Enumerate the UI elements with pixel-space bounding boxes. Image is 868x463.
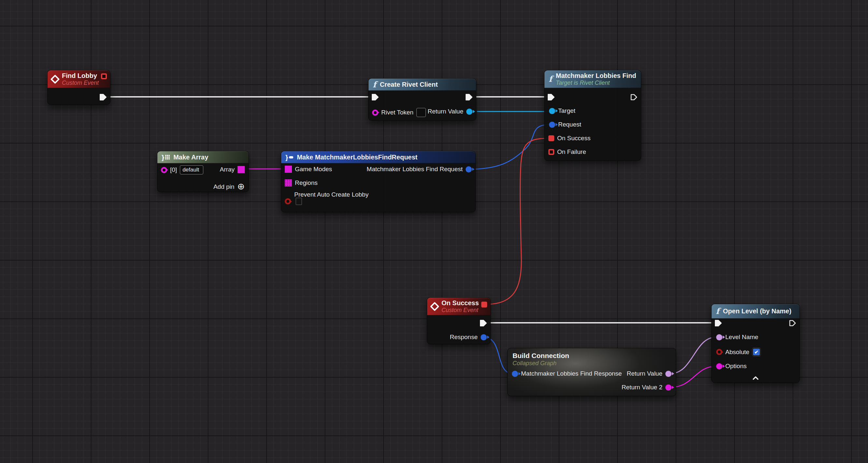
node-title: Open Level (by Name) (723, 308, 792, 315)
node-title: Find Lobby (62, 72, 99, 80)
collapse-node-chevron-icon[interactable] (752, 376, 759, 382)
pin-label: Rivet Token (381, 109, 413, 116)
wire-returnvalue-levelname[interactable] (670, 337, 716, 374)
pin-label: Response (450, 334, 478, 341)
node-make-array[interactable]: } Make Array [0] Array Add pin ⊕ (157, 151, 249, 192)
pin-label: Regions (295, 179, 318, 186)
pin-label: Prevent Auto Create Lobby (294, 191, 369, 198)
exec-out-pin[interactable] (479, 319, 488, 327)
wire-layer (0, 0, 868, 463)
wire-returnvalue2-options[interactable] (670, 366, 717, 387)
regions-pin[interactable] (285, 179, 292, 186)
pin-label: Level Name (725, 334, 758, 341)
pin-label: Return Value (627, 370, 663, 377)
exec-in-pin[interactable] (714, 319, 723, 327)
node-build-connection[interactable]: Build Connection Collapsed Graph Matchma… (507, 348, 676, 396)
custom-event-icon (51, 74, 60, 84)
delegate-pin[interactable] (101, 74, 107, 79)
exec-out-pin[interactable] (788, 319, 797, 327)
node-title: Build Connection (513, 352, 569, 359)
function-icon: f (549, 75, 552, 83)
node-title: Make MatchmakerLobbiesFindRequest (297, 153, 417, 161)
node-title: On Success (441, 299, 479, 307)
return-value-pin[interactable] (665, 371, 672, 377)
exec-out-pin[interactable] (630, 93, 638, 101)
make-struct-icon: } (285, 154, 293, 161)
delegate-pin[interactable] (481, 301, 487, 308)
pin-label: Matchmaker Lobbies Find Response (521, 370, 622, 377)
add-pin-label: Add pin (213, 183, 234, 191)
request-out-pin[interactable] (466, 166, 472, 172)
rivet-token-input[interactable] (416, 108, 426, 117)
exec-in-pin[interactable] (547, 93, 556, 101)
rivet-token-pin[interactable] (372, 110, 378, 116)
return-value-pin[interactable] (466, 109, 472, 115)
prevent-auto-create-lobby-pin[interactable] (285, 198, 291, 204)
absolute-checkbox[interactable] (752, 348, 761, 356)
request-pin[interactable] (549, 122, 555, 128)
pin-label: Request (558, 121, 581, 128)
return-value-2-pin[interactable] (665, 384, 672, 390)
node-subtitle: Custom Event (441, 307, 479, 314)
exec-out-pin[interactable] (99, 93, 107, 101)
pin-label: Return Value 2 (622, 384, 662, 391)
options-pin[interactable] (716, 363, 722, 369)
prevent-auto-create-lobby-checkbox[interactable] (296, 198, 302, 205)
node-create-rivet-client[interactable]: f Create Rivet Client Rivet Token Return… (368, 78, 476, 121)
node-subtitle: Collapsed Graph (513, 360, 557, 367)
response-pin[interactable] (480, 334, 487, 340)
node-find-lobby[interactable]: Find Lobby Custom Event (47, 70, 111, 105)
level-name-pin[interactable] (716, 334, 722, 340)
node-make-matchmaker-request[interactable]: } Make MatchmakerLobbiesFindRequest Game… (281, 151, 476, 212)
node-title: Matchmaker Lobbies Find (556, 72, 636, 80)
absolute-pin[interactable] (716, 349, 722, 355)
node-matchmaker-lobbies-find[interactable]: f Matchmaker Lobbies Find Target is Rive… (544, 70, 641, 161)
node-open-level[interactable]: f Open Level (by Name) Level Name Absolu… (711, 304, 800, 383)
array-element-pin[interactable] (161, 167, 167, 173)
pin-label: On Failure (557, 148, 586, 155)
make-array-icon: } (162, 154, 170, 161)
wire-request[interactable] (468, 124, 550, 169)
exec-in-pin[interactable] (371, 93, 380, 101)
function-icon: f (373, 81, 376, 89)
pin-label: Absolute (725, 349, 749, 356)
on-success-pin[interactable] (548, 135, 554, 141)
pin-label: Matchmaker Lobbies Find Request (367, 166, 463, 173)
custom-event-icon (430, 301, 439, 311)
on-failure-pin[interactable] (548, 149, 554, 155)
matchmaker-response-in-pin[interactable] (512, 371, 518, 377)
pin-label: Target (558, 107, 576, 114)
pin-label: Options (725, 363, 746, 370)
pin-label: On Success (557, 135, 590, 142)
node-title: Create Rivet Client (380, 81, 438, 88)
function-icon: f (716, 307, 719, 315)
game-modes-pin[interactable] (285, 166, 292, 173)
blueprint-graph-canvas[interactable]: Find Lobby Custom Event f Create Rivet C… (0, 0, 868, 463)
target-pin[interactable] (549, 108, 555, 114)
exec-out-pin[interactable] (465, 93, 473, 101)
pin-label: [0] (170, 166, 177, 173)
pin-label: Game Modes (295, 166, 332, 173)
pin-label: Return Value (428, 108, 464, 115)
array-out-pin[interactable] (238, 166, 245, 173)
node-subtitle: Custom Event (62, 80, 99, 86)
array-element-input[interactable] (180, 165, 203, 174)
node-subtitle: Target is Rivet Client (556, 80, 636, 86)
node-on-success-event[interactable]: On Success Custom Event Response (427, 297, 491, 344)
wire-onsuccess-delegate[interactable] (487, 138, 548, 304)
pin-label: Array (220, 166, 235, 173)
add-pin-icon[interactable]: ⊕ (237, 182, 245, 191)
node-title: Make Array (173, 153, 208, 161)
